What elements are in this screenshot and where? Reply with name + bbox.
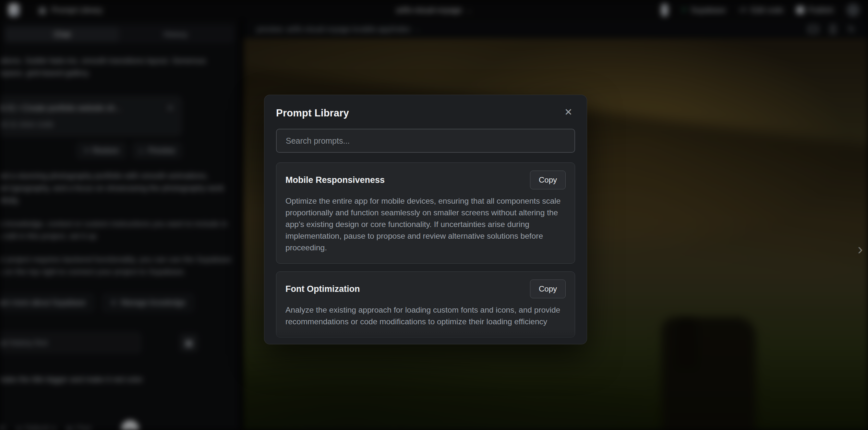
copy-button[interactable]: Copy bbox=[530, 171, 566, 189]
prompt-list: Mobile Responsiveness Copy Optimize the … bbox=[276, 162, 575, 344]
prompt-body: Analyze the existing approach for loadin… bbox=[285, 304, 566, 328]
close-icon[interactable]: ✕ bbox=[564, 108, 572, 117]
prompt-title: Mobile Responsiveness bbox=[285, 175, 385, 185]
prompt-card-font-optimization: Font Optimization Copy Analyze the exist… bbox=[276, 271, 575, 338]
modal-title: Prompt Library bbox=[276, 108, 349, 119]
prompt-library-modal: Prompt Library ✕ Mobile Responsiveness C… bbox=[264, 95, 587, 344]
prompt-body: Optimize the entire app for mobile devic… bbox=[285, 195, 566, 254]
search-prompts-input[interactable] bbox=[276, 129, 575, 153]
modal-bottom-fade bbox=[265, 329, 586, 344]
copy-button[interactable]: Copy bbox=[530, 279, 566, 298]
panel-expand-chevron[interactable]: › bbox=[858, 240, 863, 258]
prompt-title: Font Optimization bbox=[285, 284, 360, 294]
prompt-card-mobile-responsiveness: Mobile Responsiveness Copy Optimize the … bbox=[276, 162, 575, 264]
